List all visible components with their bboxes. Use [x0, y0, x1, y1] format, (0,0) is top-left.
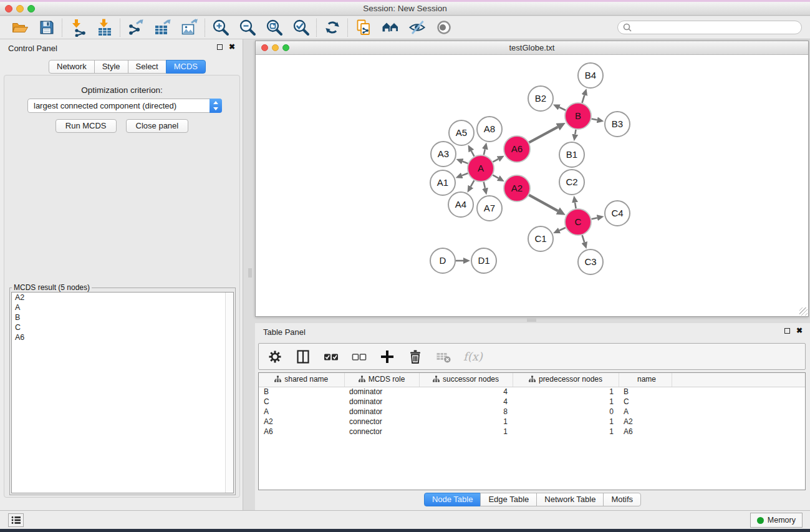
tab-motifs[interactable]: Motifs	[603, 493, 641, 506]
column-header-predecessor-nodes[interactable]: predecessor nodes	[513, 373, 619, 387]
import-table-button[interactable]	[91, 17, 118, 38]
mcds-result-item[interactable]: A6	[12, 332, 233, 342]
graph-edge-A-A7[interactable]	[484, 182, 485, 188]
graph-node-A5[interactable]: A5	[449, 120, 474, 145]
resize-grip-icon[interactable]	[799, 307, 808, 316]
graph-edge-C-C1[interactable]	[559, 228, 566, 231]
close-window-button[interactable]	[5, 5, 12, 12]
clone-network-button[interactable]	[350, 17, 377, 38]
graph-node-C2[interactable]: C2	[559, 170, 584, 195]
table-cell[interactable]: C	[259, 397, 344, 407]
vertical-split-handle[interactable]	[248, 268, 252, 278]
open-session-button[interactable]	[6, 17, 33, 38]
graph-node-D[interactable]: D	[430, 248, 455, 273]
zoom-network-window-button[interactable]	[282, 44, 289, 51]
graph-node-A2[interactable]: A2	[504, 175, 530, 201]
table-cell[interactable]: 1	[513, 387, 619, 397]
close-table-panel-icon[interactable]: ✖	[796, 327, 803, 334]
graph-node-B1[interactable]: B1	[559, 142, 584, 167]
table-cell[interactable]: 4	[419, 397, 513, 407]
table-row[interactable]: Cdominator41C	[259, 397, 805, 407]
table-cell[interactable]: dominator	[344, 407, 419, 417]
export-table-button[interactable]	[149, 17, 176, 38]
table-cell[interactable]: 1	[513, 397, 619, 407]
graph-edge-A-A1[interactable]	[462, 173, 468, 176]
table-cell[interactable]: 1	[419, 417, 513, 427]
graph-edge-A-A2[interactable]	[493, 175, 498, 178]
network-graph[interactable]: B4B2BB3A5A8A6A3B1AA1C2A4A7A2C4CC1C3DD1	[256, 56, 808, 316]
save-session-button[interactable]	[33, 17, 60, 38]
search-input[interactable]	[632, 22, 801, 33]
table-cell[interactable]: A2	[259, 417, 344, 427]
graph-edge-C-C3[interactable]	[582, 235, 585, 243]
delete-table-button[interactable]	[435, 349, 451, 365]
table-cell[interactable]: A	[259, 407, 344, 417]
horizontal-split-handle[interactable]	[527, 318, 536, 322]
column-header-shared-name[interactable]: shared name	[259, 373, 344, 387]
close-panel-icon[interactable]: ✖	[229, 44, 235, 50]
list-scrollbar[interactable]	[225, 293, 233, 493]
graph-edge-A-A4[interactable]	[471, 180, 475, 186]
close-network-window-button[interactable]	[261, 44, 268, 51]
graph-edge-B-B1[interactable]	[575, 130, 576, 135]
tab-network[interactable]: Network	[49, 60, 95, 74]
graph-node-A1[interactable]: A1	[430, 170, 455, 195]
show-log-button[interactable]	[8, 513, 24, 527]
table-cell[interactable]: connector	[344, 417, 419, 427]
export-network-button[interactable]	[122, 17, 149, 38]
mcds-result-item[interactable]: A	[12, 302, 233, 312]
tab-node-table[interactable]: Node Table	[424, 493, 481, 506]
graph-node-B3[interactable]: B3	[605, 112, 630, 137]
hide-graphics-details-button[interactable]	[403, 17, 430, 38]
graph-node-B[interactable]: B	[565, 103, 591, 129]
table-cell[interactable]: A2	[619, 417, 672, 427]
table-row[interactable]: Adominator80A	[259, 407, 805, 417]
tab-network-table[interactable]: Network Table	[536, 493, 604, 506]
table-cell[interactable]: A	[619, 407, 672, 417]
deselect-all-columns-button[interactable]	[351, 349, 367, 365]
graph-edge-B-B2[interactable]	[559, 107, 566, 110]
table-cell[interactable]: 8	[419, 407, 513, 417]
column-header-mcds-role[interactable]: MCDS role	[344, 373, 419, 387]
tab-edge-table[interactable]: Edge Table	[480, 493, 537, 506]
export-image-button[interactable]	[176, 17, 203, 38]
column-header-successor-nodes[interactable]: successor nodes	[419, 373, 513, 387]
criterion-dropdown[interactable]: largest connected component (directed)	[27, 99, 222, 113]
graph-node-A6[interactable]: A6	[504, 136, 530, 162]
graph-edge-A2-C[interactable]	[529, 195, 557, 211]
table-cell[interactable]: A6	[619, 427, 672, 437]
run-mcds-button[interactable]: Run MCDS	[55, 119, 117, 133]
birds-eye-view-button[interactable]	[430, 17, 457, 38]
table-cell[interactable]: 1	[513, 417, 619, 427]
graph-node-C[interactable]: C	[565, 209, 591, 235]
search-field[interactable]	[617, 21, 802, 34]
graph-edge-C-C4[interactable]	[592, 218, 597, 219]
table-row[interactable]: A2connector11A2	[259, 417, 805, 427]
graph-node-A8[interactable]: A8	[477, 117, 502, 142]
table-cell[interactable]: dominator	[344, 387, 419, 397]
graph-node-C3[interactable]: C3	[578, 249, 603, 274]
zoom-in-button[interactable]	[207, 17, 234, 38]
graph-edge-A-A6[interactable]	[493, 159, 498, 162]
minimize-network-window-button[interactable]	[272, 44, 279, 51]
mcds-result-item[interactable]: C	[12, 322, 233, 332]
graph-edge-C-C2[interactable]	[575, 203, 576, 209]
table-cell[interactable]: C	[619, 397, 672, 407]
zoom-selected-button[interactable]	[287, 17, 314, 38]
graph-node-B2[interactable]: B2	[528, 86, 553, 111]
table-cell[interactable]: connector	[344, 427, 419, 437]
create-column-button[interactable]	[379, 349, 395, 365]
graph-edge-A-A5[interactable]	[471, 151, 475, 157]
zoom-window-button[interactable]	[27, 5, 35, 12]
column-header-name[interactable]: name	[619, 373, 672, 387]
select-all-columns-button[interactable]	[323, 349, 339, 365]
graph-edge-B-B4[interactable]	[582, 95, 585, 104]
graph-edge-B-B3[interactable]	[592, 118, 597, 120]
memory-button[interactable]: Memory	[750, 513, 803, 528]
graph-node-B4[interactable]: B4	[578, 63, 603, 88]
float-table-panel-icon[interactable]	[784, 328, 790, 334]
zoom-fit-button[interactable]	[261, 17, 287, 38]
graph-node-D1[interactable]: D1	[471, 248, 496, 273]
close-panel-button[interactable]: Close panel	[126, 119, 189, 133]
table-mode-button[interactable]	[295, 349, 311, 365]
